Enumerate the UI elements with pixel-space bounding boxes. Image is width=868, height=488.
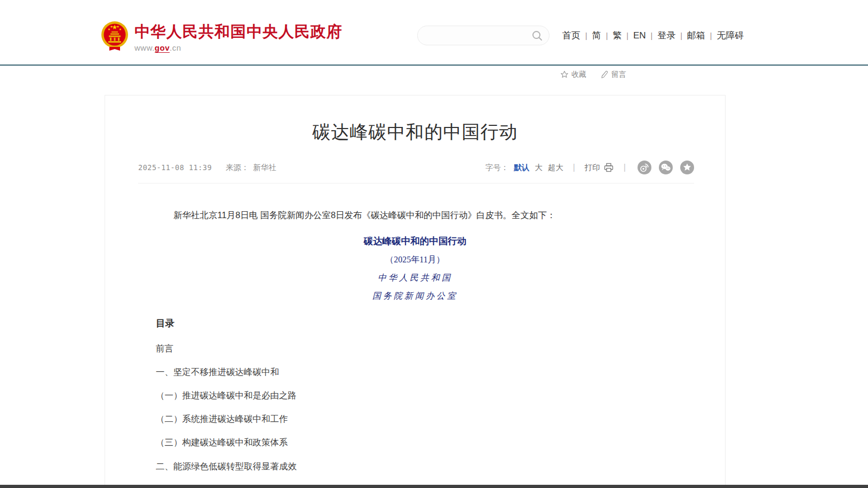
nav-simplified[interactable]: 简 — [587, 29, 606, 42]
weibo-share-button[interactable] — [638, 161, 651, 174]
article-body: 新华社北京11月8日电 国务院新闻办公室8日发布《碳达峰碳中和的中国行动》白皮书… — [156, 209, 674, 488]
site-url-gov: gov — [155, 43, 170, 53]
nav-home[interactable]: 首页 — [558, 29, 585, 42]
article-toolbar: 收藏 留言 — [560, 70, 626, 79]
source-label: 来源： — [226, 163, 249, 173]
search-box[interactable] — [417, 26, 550, 45]
print-button[interactable]: 打印 — [585, 163, 614, 173]
pencil-icon — [600, 70, 609, 79]
favorite-share-button[interactable] — [680, 161, 694, 174]
comment-button[interactable]: 留言 — [600, 70, 626, 79]
toc-item-section2: 二、能源绿色低碳转型取得显著成效 — [156, 461, 674, 471]
meta-divider — [138, 183, 694, 183]
toc-heading: 目录 — [156, 317, 674, 330]
nav-traditional[interactable]: 繁 — [608, 29, 626, 42]
meta-separator: | — [573, 163, 575, 172]
article-meta-left: 2025-11-08 11:39 来源： 新华社 — [138, 163, 276, 173]
star-share-icon — [680, 161, 694, 174]
toc-item-section1: 一、坚定不移推进碳达峰碳中和 — [156, 367, 674, 377]
source-name[interactable]: 新华社 — [253, 163, 277, 173]
svg-text:★: ★ — [110, 25, 113, 28]
bottom-edge-bar — [0, 485, 868, 488]
nav-login[interactable]: 登录 — [652, 29, 680, 42]
wechat-share-button[interactable] — [659, 161, 673, 174]
nav-accessibility[interactable]: 无障碍 — [712, 29, 748, 42]
site-header: ★ ★ ★ ★ ★ 中华人民共和国中央人民政府 www.gov.cn — [0, 0, 868, 65]
site-title: 中华人民共和国中央人民政府 — [134, 23, 343, 41]
top-nav: 首页 | 简 | 繁 | EN | 登录 | 邮箱 | 无障碍 — [558, 29, 748, 42]
page: ★ ★ ★ ★ ★ 中华人民共和国中央人民政府 www.gov.cn — [0, 0, 868, 488]
print-label: 打印 — [585, 163, 600, 173]
search-input[interactable] — [427, 26, 529, 45]
toc-item-section1-3: （三）构建碳达峰碳中和政策体系 — [156, 437, 674, 447]
nav-english[interactable]: EN — [628, 30, 651, 41]
toc-item-preface: 前言 — [156, 343, 674, 353]
font-size-xlarge-button[interactable]: 超大 — [548, 163, 563, 173]
svg-text:★: ★ — [119, 28, 122, 31]
printer-icon — [603, 163, 614, 172]
toc-item-section1-2: （二）系统推进碳达峰碳中和工作 — [156, 414, 674, 423]
site-url-prefix: www. — [134, 43, 155, 52]
article-meta-row: 2025-11-08 11:39 来源： 新华社 字号： 默认 大 超大 | 打… — [138, 161, 694, 174]
favorite-label: 收藏 — [571, 70, 586, 79]
article-meta-right: 字号： 默认 大 超大 | 打印 | — [485, 161, 694, 174]
site-url: www.gov.cn — [134, 43, 343, 52]
font-size-label: 字号： — [485, 163, 509, 173]
doc-org-line2: 国务院新闻办公室 — [156, 291, 674, 302]
nav-mail[interactable]: 邮箱 — [682, 29, 710, 42]
search-icon[interactable] — [531, 29, 544, 42]
wechat-icon — [659, 161, 673, 174]
meta-separator: | — [624, 163, 626, 172]
page-title: 碳达峰碳中和的中国行动 — [105, 120, 725, 145]
article-date: 2025-11-08 11:39 — [138, 163, 212, 172]
font-size-default-button[interactable]: 默认 — [514, 163, 529, 173]
doc-org-line1: 中华人民共和国 — [156, 273, 674, 284]
font-size-large-button[interactable]: 大 — [535, 163, 543, 173]
weibo-icon — [638, 161, 651, 174]
doc-title: 碳达峰碳中和的中国行动 — [156, 235, 674, 247]
toc-item-section1-1: （一）推进碳达峰碳中和是必由之路 — [156, 390, 674, 400]
article-card: 碳达峰碳中和的中国行动 2025-11-08 11:39 来源： 新华社 字号：… — [105, 95, 726, 488]
lead-paragraph: 新华社北京11月8日电 国务院新闻办公室8日发布《碳达峰碳中和的中国行动》白皮书… — [156, 209, 674, 222]
star-icon — [560, 70, 569, 79]
site-url-suffix: .cn — [170, 43, 181, 52]
national-emblem-icon: ★ ★ ★ ★ ★ — [100, 20, 129, 52]
svg-text:★: ★ — [108, 28, 110, 31]
header-divider-line — [0, 65, 868, 66]
comment-label: 留言 — [611, 70, 626, 79]
favorite-button[interactable]: 收藏 — [560, 70, 586, 79]
site-identity[interactable]: 中华人民共和国中央人民政府 www.gov.cn — [134, 23, 343, 52]
doc-date: （2025年11月） — [156, 254, 674, 266]
